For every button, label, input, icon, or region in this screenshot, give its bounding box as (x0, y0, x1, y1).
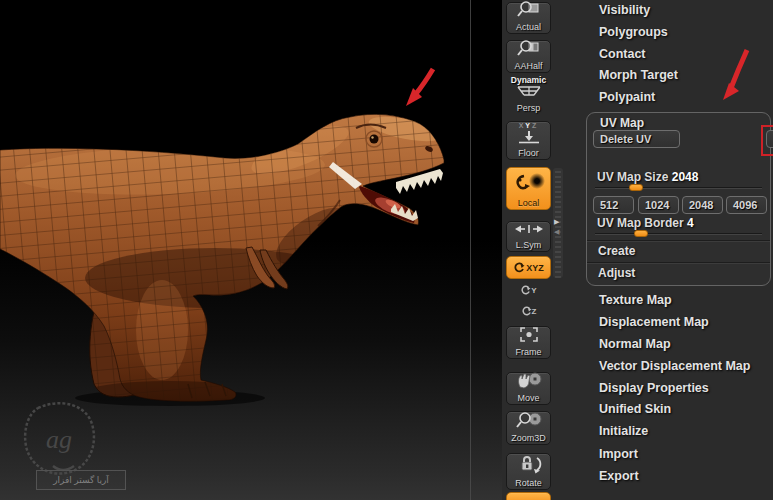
rotate-y-button[interactable]: Y (506, 282, 551, 299)
panel-item-normal-map[interactable]: Normal Map (599, 334, 671, 355)
rotate-z-icon: Z (521, 306, 537, 317)
panel-item-polygroups[interactable]: Polygroups (599, 22, 668, 43)
rotate-button[interactable]: Rotate (506, 453, 551, 490)
partial-bottom-button[interactable] (506, 492, 551, 500)
uv-map-border-track[interactable] (595, 233, 762, 234)
panel-item-texture-map[interactable]: Texture Map (599, 290, 672, 311)
size-4096-button[interactable]: 4096 (726, 196, 767, 214)
lock-rotate-icon (516, 454, 542, 478)
xyz-button[interactable]: XYZ (506, 256, 551, 279)
zoom3d-icon (516, 411, 542, 433)
local-button[interactable]: Local (506, 167, 551, 210)
rotate-xyz-icon: XYZ (513, 262, 544, 274)
aahalf-button[interactable]: AAHalf (506, 40, 551, 73)
hand-move-icon (516, 371, 542, 393)
morph-uv-button[interactable]: Morph UV (766, 130, 773, 148)
size-2048-button[interactable]: 2048 (682, 196, 723, 214)
uv-map-border-slider-handle[interactable] (634, 230, 648, 237)
uv-map-size-track[interactable] (595, 187, 762, 188)
magnifier-x1-icon (517, 0, 541, 22)
floor-arrow-icon (516, 130, 542, 148)
floor-button[interactable]: XYZ Floor (506, 121, 551, 160)
panel-item-visibility[interactable]: Visibility (599, 0, 650, 21)
uv-map-title[interactable]: UV Map (600, 116, 644, 130)
frame-icon (517, 326, 541, 347)
uv-map-group: UV Map Delete UV Morph UV UV Map Size 20… (586, 112, 771, 286)
right-tray: Actual AAHalf Dynamic Persp XYZ (502, 0, 773, 500)
panel-item-vector-displacement-map[interactable]: Vector Displacement Map (599, 356, 750, 377)
uv-map-size-slider-handle[interactable] (629, 184, 643, 191)
panel-item-export[interactable]: Export (599, 466, 639, 487)
uv-map-size-label: UV Map Size 2048 (597, 170, 698, 184)
move-button[interactable]: Move (506, 372, 551, 405)
panel-item-import[interactable]: Import (599, 444, 638, 465)
panel-item-morph-target[interactable]: Morph Target (599, 65, 678, 86)
delete-uv-button[interactable]: Delete UV (593, 130, 680, 148)
rotate-z-button[interactable]: Z (506, 303, 551, 320)
rotate-y-icon: Y (520, 285, 536, 296)
divider-arrow-left-icon[interactable]: ◀ (554, 228, 559, 235)
zbrush-window: ag آریا گستر افزار Actual (0, 0, 773, 500)
create-button[interactable]: Create (598, 244, 635, 258)
floor-axes: XYZ (519, 122, 539, 130)
red-arrow-morph-uv (698, 44, 762, 108)
adjust-button[interactable]: Adjust (598, 266, 635, 280)
panel-item-contact[interactable]: Contact (599, 44, 646, 65)
panel-item-polypaint[interactable]: Polypaint (599, 87, 655, 108)
size-512-button[interactable]: 512 (593, 196, 634, 214)
watermark-logo: ag آریا گستر افزار (8, 396, 143, 496)
magnifier-half-icon (517, 39, 541, 61)
tray-divider-scrollbar[interactable]: ▶ ◀ (553, 168, 563, 278)
watermark-label: آریا گستر افزار (36, 470, 126, 490)
symmetry-arrows-icon (514, 222, 544, 240)
document-canvas[interactable]: ag آریا گستر افزار (0, 0, 502, 500)
watermark-logo-text: ag (46, 425, 72, 454)
perspective-grid-icon (516, 85, 542, 103)
actual-button[interactable]: Actual (506, 2, 551, 34)
panel-item-displacement-map[interactable]: Displacement Map (599, 312, 709, 333)
zoom3d-button[interactable]: Zoom3D (506, 411, 551, 445)
local-pivot-icon (512, 172, 546, 198)
size-1024-button[interactable]: 1024 (638, 196, 679, 214)
dynamic-persp-button[interactable]: Dynamic Persp (506, 80, 551, 115)
lsym-button[interactable]: L.Sym (506, 221, 551, 252)
uv-map-border-label: UV Map Border 4 (597, 216, 694, 230)
divider-arrow-right-icon[interactable]: ▶ (554, 218, 559, 225)
canvas-edge-line (470, 0, 471, 500)
panel-item-initialize[interactable]: Initialize (599, 421, 648, 442)
red-arrow-head (396, 64, 442, 114)
panel-item-display-properties[interactable]: Display Properties (599, 378, 709, 399)
panel-item-unified-skin[interactable]: Unified Skin (599, 399, 671, 420)
frame-button[interactable]: Frame (506, 326, 551, 359)
